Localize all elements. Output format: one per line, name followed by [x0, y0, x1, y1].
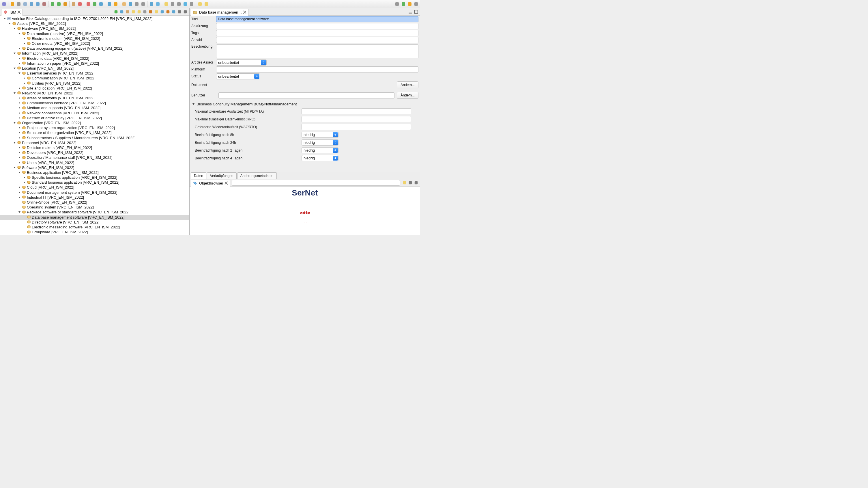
collapse-icon[interactable] — [12, 121, 17, 125]
paste-icon[interactable] — [71, 1, 76, 7]
min-icon[interactable] — [177, 9, 182, 15]
tree-row[interactable]: Decision makers [VRC_EN_ISM_2022] — [0, 145, 189, 150]
expand-icon[interactable] — [17, 155, 22, 160]
editor-tab-änderungsmetadaten[interactable]: Änderungsmetadaten — [237, 172, 277, 179]
users-icon[interactable] — [140, 1, 146, 7]
chart1-icon[interactable] — [160, 9, 165, 15]
user-icon[interactable] — [413, 1, 419, 7]
tree-row[interactable]: Network [VRC_EN_ISM_2022] — [0, 91, 189, 95]
objektbrowser-search[interactable] — [232, 180, 400, 186]
expand-icon[interactable] — [17, 131, 22, 135]
editor-tab-verknüpfungen[interactable]: Verknüpfungen — [207, 172, 237, 179]
expand-icon[interactable] — [17, 111, 22, 115]
tree-row[interactable]: Business application [VRC_EN_ISM_2022] — [0, 170, 189, 175]
world-icon[interactable] — [182, 1, 188, 7]
tree-row[interactable]: Operation/ Maintenance staff [VRC_EN_ISM… — [0, 155, 189, 160]
check-icon[interactable] — [92, 1, 97, 7]
db-icon[interactable] — [1, 1, 7, 7]
minimize-icon[interactable] — [408, 9, 413, 15]
redo-icon[interactable] — [56, 1, 62, 7]
input-beschr[interactable] — [216, 45, 418, 58]
tree-row[interactable]: Information on paper [VRC_EN_ISM_2022] — [0, 61, 189, 66]
input-rpo[interactable] — [302, 116, 411, 122]
max-icon[interactable] — [413, 180, 419, 185]
collapse-icon[interactable] — [17, 170, 22, 175]
tree-row[interactable]: Information [VRC_EN_ISM_2022] — [0, 51, 189, 56]
input-plattform[interactable] — [216, 66, 418, 73]
save2-icon[interactable] — [35, 1, 41, 7]
tree-row[interactable]: Essential services [VRC_EN_ISM_2022] — [0, 71, 189, 76]
tree-row[interactable]: Document management system [VRC_EN_ISM_2… — [0, 190, 189, 195]
printer-icon[interactable] — [16, 1, 22, 7]
expand-icon[interactable] — [22, 180, 27, 185]
maximize-icon[interactable] — [413, 9, 419, 15]
shield-icon[interactable] — [401, 1, 406, 7]
tree-row[interactable]: Utilities [VRC_EN_ISM_2022] — [0, 81, 189, 85]
input-benutzer[interactable] — [218, 92, 395, 98]
tree-row[interactable]: Specific business application [VRC_EN_IS… — [0, 175, 189, 180]
close-icon[interactable] — [243, 10, 246, 14]
input-anzahl[interactable] — [216, 37, 418, 43]
folder-icon[interactable] — [121, 1, 127, 7]
export-icon[interactable] — [149, 1, 154, 7]
doc-icon[interactable] — [9, 1, 15, 7]
save-icon[interactable] — [29, 1, 34, 7]
filter-icon[interactable] — [142, 9, 148, 15]
tree-row[interactable]: Groupware [VRC_EN_ISM_2022] — [0, 230, 189, 234]
select-b8[interactable]: niedrig — [302, 132, 339, 138]
collapse-icon[interactable] — [12, 66, 17, 70]
tree-row[interactable]: Other media [VRC_EN_ISM_2022] — [0, 41, 189, 46]
expand-icon[interactable] — [17, 185, 22, 190]
tree-row[interactable]: Hardware [VRC_EN_ISM_2022] — [0, 26, 189, 31]
input-rto[interactable] — [302, 124, 411, 130]
tree[interactable]: verinice Risk Catalogue according to ISO… — [0, 16, 189, 235]
tree-row[interactable]: Network connections [VRC_EN_ISM_2022] — [0, 111, 189, 115]
tree-row[interactable]: Data processing equipment (active) [VRC_… — [0, 46, 189, 51]
bcm-section-header[interactable]: Business Continuity Management(BCM)/Notf… — [190, 101, 420, 108]
edit-icon[interactable] — [163, 1, 169, 7]
collapse-icon[interactable] — [12, 165, 17, 170]
max-icon[interactable] — [183, 9, 188, 15]
tree-row[interactable]: Directory software [VRC_EN_ISM_2022] — [0, 220, 189, 225]
expand-icon[interactable] — [22, 81, 27, 85]
collapse-icon[interactable] — [12, 51, 17, 56]
highlight-icon[interactable] — [402, 180, 407, 185]
expand-icon[interactable] — [17, 125, 22, 130]
tree-row[interactable]: Subcontractors / Suppliers / Manufacture… — [0, 136, 189, 140]
tree-row[interactable]: Data base management software [VRC_EN_IS… — [0, 215, 189, 220]
new-icon[interactable] — [119, 9, 124, 15]
editor-tab-daten[interactable]: Daten — [191, 172, 206, 179]
collapse-icon[interactable] — [17, 31, 22, 36]
book-icon[interactable] — [98, 1, 104, 7]
expand-icon[interactable] — [17, 101, 22, 106]
select-status[interactable]: unbearbeitet — [216, 73, 260, 79]
collapse-icon[interactable] — [17, 71, 22, 76]
tree-row[interactable]: Cloud [VRC_EN_ISM_2022] — [0, 185, 189, 190]
collapse-icon[interactable] — [7, 21, 12, 26]
expand-icon[interactable] — [17, 190, 22, 195]
tree-row[interactable]: Electronic messaging software [VRC_EN_IS… — [0, 225, 189, 230]
input-tags[interactable] — [216, 30, 418, 36]
input-titel[interactable] — [216, 16, 418, 22]
collapse-icon[interactable] — [12, 26, 17, 31]
change-document-button[interactable]: Ändern... — [397, 81, 418, 88]
expand-icon[interactable] — [17, 61, 22, 65]
tree-row[interactable]: Passive or active relay [VRC_EN_ISM_2022… — [0, 115, 189, 120]
expand-icon[interactable] — [17, 86, 22, 90]
tree-row[interactable]: Industrial IT [VRC_EN_ISM_2022] — [0, 195, 189, 200]
copy-icon[interactable] — [22, 1, 28, 7]
expand-icon[interactable] — [17, 145, 22, 150]
user-icon[interactable] — [134, 1, 140, 7]
catalog-icon[interactable] — [407, 1, 413, 7]
tree-row[interactable]: Assets [VRC_EN_ISM_2022] — [0, 21, 189, 26]
tree-row[interactable]: verinice Risk Catalogue according to ISO… — [0, 16, 189, 21]
book2-icon[interactable] — [128, 1, 133, 7]
link-icon[interactable] — [176, 1, 182, 7]
min-icon[interactable] — [408, 180, 413, 185]
gear-icon[interactable] — [77, 1, 83, 7]
select-art[interactable]: unbearbeitet — [216, 59, 267, 65]
select-b4d[interactable]: niedrig — [302, 155, 339, 161]
expand-icon[interactable] — [17, 150, 22, 155]
page-icon[interactable] — [106, 1, 112, 7]
tree-row[interactable]: Areas of networks [VRC_EN_ISM_2022] — [0, 95, 189, 101]
